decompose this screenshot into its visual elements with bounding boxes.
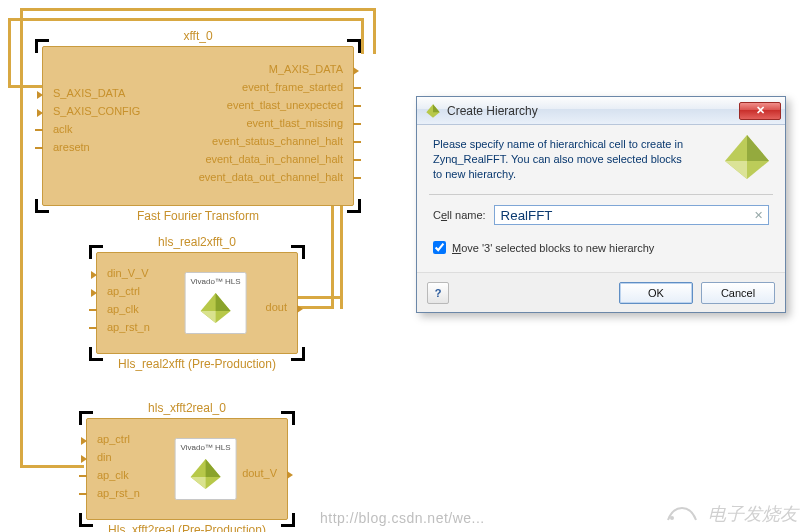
port-stub-icon [353,177,361,179]
brand-icon [662,498,702,526]
cell-name-row: Cell name: ✕ [417,205,785,235]
close-button[interactable]: ✕ [739,102,781,120]
wire [298,306,334,309]
port-stub-icon [79,475,87,477]
move-blocks-label: Move '3' selected blocks to new hierarch… [452,242,654,254]
port-stub-icon [89,309,97,311]
hls-logo-box: Vivado™ HLS [185,272,247,334]
svg-marker-9 [747,135,769,161]
selection-corner [79,513,93,527]
separator [429,194,773,195]
port-stub-icon [79,493,87,495]
wire [20,465,84,468]
selection-corner [291,245,305,259]
dialog-footer: ? OK Cancel [417,272,785,312]
port-arrow-icon [37,109,43,117]
ip-block-real2xfft0[interactable]: hls_real2xfft_0 din_V_V ap_ctrl ap_clk a… [96,252,298,354]
port[interactable]: event_tlast_missing [199,115,343,131]
port-arrow-icon [353,67,359,75]
svg-marker-4 [206,459,221,477]
port[interactable]: event_tlast_unexpected [199,97,343,113]
port-arrow-icon [91,271,97,279]
port[interactable]: ap_rst_n [97,485,140,501]
wire [8,18,11,88]
port[interactable]: dout [266,299,287,315]
wire [20,8,23,468]
selection-corner [281,513,295,527]
wire [8,85,42,88]
selection-corner [281,411,295,425]
selection-corner [35,199,49,213]
block-design-canvas[interactable]: xfft_0 S_AXIS_DATA S_AXIS_CONFIG aclk ar… [0,0,812,532]
port-arrow-icon [37,91,43,99]
port-stub-icon [353,105,361,107]
watermark-brand: 电子发烧友 [662,498,798,526]
port[interactable]: event_data_out_channel_halt [199,169,343,185]
hls-logo-box: Vivado™ HLS [175,438,237,500]
cancel-label: Cancel [721,287,755,299]
port[interactable]: ap_ctrl [107,283,150,299]
port[interactable]: S_AXIS_DATA [53,85,140,101]
wire [298,296,343,299]
create-hierarchy-dialog[interactable]: Create Hierarchy ✕ Please specify name o… [416,96,786,313]
port-arrow-icon [287,471,293,479]
dialog-titlebar[interactable]: Create Hierarchy ✕ [417,97,785,125]
wire [361,18,364,54]
port[interactable]: event_frame_started [199,79,343,95]
port-stub-icon [35,129,43,131]
port[interactable]: ap_clk [97,467,140,483]
vivado-icon [425,103,441,119]
wire [8,18,364,21]
ok-button[interactable]: OK [619,282,693,304]
selection-corner [89,347,103,361]
port[interactable]: din_V_V [107,265,150,281]
clear-input-icon[interactable]: ✕ [751,208,765,222]
ports-left: ap_ctrl din ap_clk ap_rst_n [97,431,140,501]
selection-corner [347,199,361,213]
hls-logo-label: Vivado™ HLS [186,277,246,286]
selection-corner [35,39,49,53]
dialog-title: Create Hierarchy [447,104,739,118]
cancel-button[interactable]: Cancel [701,282,775,304]
dialog-body: Please specify name of hierarchical cell… [417,125,785,194]
port[interactable]: dout_V [242,465,277,481]
ports-right: M_AXIS_DATA event_frame_started event_tl… [199,61,343,185]
port[interactable]: aresetn [53,139,140,155]
ip-block-xfft0[interactable]: xfft_0 S_AXIS_DATA S_AXIS_CONFIG aclk ar… [42,46,354,206]
port-arrow-icon [81,455,87,463]
port[interactable]: M_AXIS_DATA [199,61,343,77]
port[interactable]: aclk [53,121,140,137]
ip-block-xfft2real0[interactable]: hls_xfft2real_0 ap_ctrl din ap_clk ap_rs… [86,418,288,520]
block-subtitle: Hls_xfft2real (Pre-Production) [108,523,266,532]
selection-corner [291,347,305,361]
port-stub-icon [353,123,361,125]
move-blocks-checkbox[interactable] [433,241,446,254]
vivado-large-icon [723,133,771,181]
port[interactable]: event_status_channel_halt [199,133,343,149]
block-title: hls_real2xfft_0 [158,235,236,249]
wire [373,8,376,54]
port-stub-icon [353,141,361,143]
svg-marker-10 [725,161,747,179]
port[interactable]: ap_clk [107,301,150,317]
ok-label: OK [648,287,664,299]
block-subtitle: Hls_real2xfft (Pre-Production) [118,357,276,371]
svg-marker-1 [216,293,231,311]
ports-right: dout [266,299,287,315]
port-stub-icon [89,327,97,329]
port[interactable]: ap_ctrl [97,431,140,447]
ports-left: S_AXIS_DATA S_AXIS_CONFIG aclk aresetn [53,85,140,155]
help-button[interactable]: ? [427,282,449,304]
port[interactable]: S_AXIS_CONFIG [53,103,140,119]
block-title: xfft_0 [183,29,212,43]
brand-text: 电子发烧友 [708,502,798,526]
cell-name-input[interactable] [494,205,769,225]
hls-logo-label: Vivado™ HLS [176,443,236,452]
ports-left: din_V_V ap_ctrl ap_clk ap_rst_n [107,265,150,335]
port[interactable]: din [97,449,140,465]
port[interactable]: ap_rst_n [107,319,150,335]
ports-right: dout_V [242,465,277,481]
port[interactable]: event_data_in_channel_halt [199,151,343,167]
help-icon: ? [435,287,442,299]
port-stub-icon [353,87,361,89]
